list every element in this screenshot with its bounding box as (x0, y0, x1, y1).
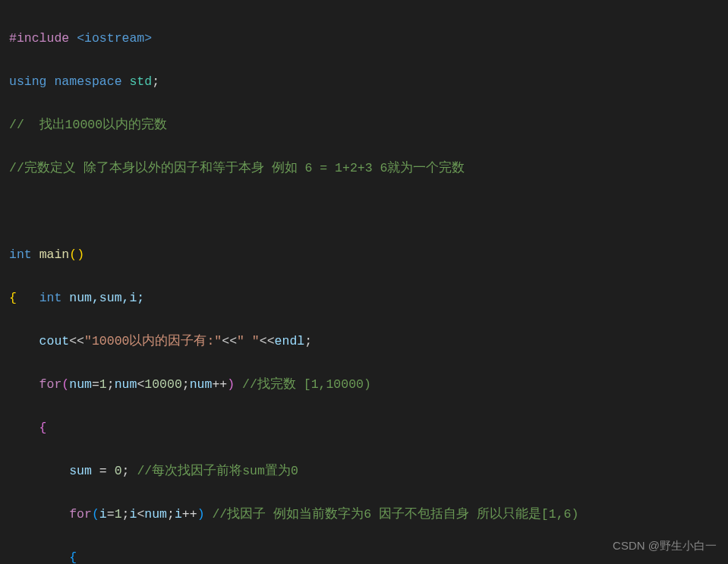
header-include: <iostream> (77, 31, 152, 46)
variable: sum (69, 464, 92, 478)
string: "10000以内的因子有:" (84, 334, 222, 348)
code-line: { int num,sum,i; (9, 288, 719, 310)
variable: num (190, 377, 213, 392)
function-main: main (39, 247, 70, 262)
comment: //找完数 [1,10000) (242, 377, 371, 392)
string: " " (237, 334, 260, 348)
code-line: for(i=1;i<num;i++) //找因子 例如当前数字为6 因子不包括自… (9, 504, 719, 526)
code-line: #include <iostream> (9, 28, 719, 50)
watermark: CSDN @野生小白一 (613, 535, 717, 557)
variable: num,sum,i; (69, 291, 144, 305)
code-line: // 找出10000以内的完数 (9, 115, 719, 137)
number: 0 (115, 464, 122, 478)
comment: // 找出10000以内的完数 (9, 118, 167, 132)
comment: //完数定义 除了本身以外的因子和等于本身 例如 6 = 1+2+3 6就为一个… (9, 161, 465, 175)
type-int: int (39, 291, 62, 305)
keyword-using: using (9, 74, 47, 89)
keyword-for: for (39, 377, 62, 392)
variable: num (115, 377, 137, 392)
keyword-namespace: namespace (54, 74, 121, 89)
identifier-std: std (129, 74, 152, 89)
number: 10000 (144, 377, 182, 392)
code-line: for(num=1;num<10000;num++) //找完数 [1,1000… (9, 374, 719, 396)
code-line: sum = 0; //每次找因子前将sum置为0 (9, 461, 719, 483)
keyword-for: for (69, 507, 92, 521)
code-line: cout<<"10000以内的因子有:"<<" "<<endl; (9, 331, 719, 353)
variable: num (144, 507, 167, 521)
code-line: int main() (9, 244, 719, 266)
cout: cout (39, 334, 70, 348)
comment: //找因子 例如当前数字为6 因子不包括自身 所以只能是[1,6) (212, 507, 578, 521)
code-line: using namespace std; (9, 71, 719, 93)
number: 1 (99, 377, 107, 392)
code-line: { (9, 417, 719, 440)
directive: #include (9, 31, 69, 46)
type-int: int (9, 247, 32, 262)
number: 1 (115, 507, 122, 521)
code-line (9, 201, 719, 223)
variable: num (69, 377, 92, 392)
code-editor: #include <iostream> using namespace std;… (9, 6, 719, 564)
comment: //每次找因子前将sum置为0 (137, 464, 298, 478)
variable: i (175, 507, 182, 521)
variable: i (99, 507, 107, 521)
endl: endl (275, 334, 305, 348)
code-line: //完数定义 除了本身以外的因子和等于本身 例如 6 = 1+2+3 6就为一个… (9, 158, 719, 180)
variable: i (129, 507, 137, 521)
